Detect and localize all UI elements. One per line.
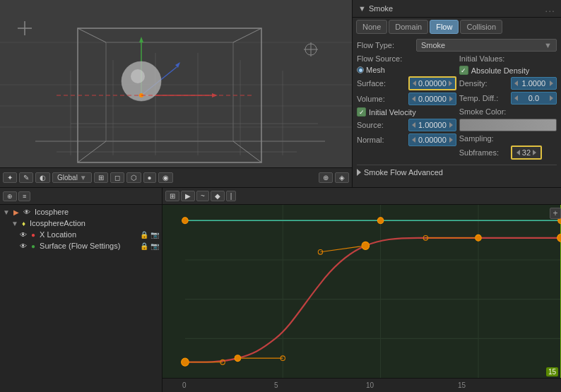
properties-panel: ▼ Smoke ... None Domain Flow Collision F… <box>353 0 561 187</box>
density-right-arrow <box>550 81 553 86</box>
svg-point-64 <box>377 218 384 224</box>
density-left-arrow <box>514 81 518 86</box>
graph-channel-btn[interactable]: ~ <box>196 191 209 201</box>
icosphere-type-icon: ▶ <box>13 208 19 216</box>
smoke-flow-advanced-label: Smoke Flow Advanced <box>364 168 443 177</box>
surface-field[interactable]: 0.00000 <box>408 76 456 90</box>
tab-flow[interactable]: Flow <box>430 20 459 34</box>
source-label: Source: <box>357 121 406 129</box>
graph-select-btn[interactable]: ▶ <box>181 191 195 201</box>
rendered-btn[interactable]: ◉ <box>158 172 173 183</box>
flow-type-label: Flow Type: <box>357 41 413 49</box>
viewport-tools-btn[interactable]: ✦ <box>3 172 17 183</box>
sampling-label: Sampling: <box>459 133 557 143</box>
viewport-mode-btn[interactable]: ✎ <box>19 172 33 183</box>
view-btn[interactable]: ⊞ <box>94 172 108 183</box>
tree-item-icosphere[interactable]: ▼ ▶ 👁 Icosphere <box>0 206 162 218</box>
xlocation-actions: 🔒 📷 <box>140 231 159 239</box>
xlocation-color-dot: ● <box>31 231 35 239</box>
tree-item-xlocation[interactable]: 👁 ● X Location 🔒 📷 <box>0 229 162 240</box>
graph-key-btn[interactable]: ◆ <box>211 191 225 201</box>
absolute-density-row: Absolute Density <box>459 66 557 75</box>
mesh-btn[interactable]: ◻ <box>110 172 124 183</box>
normal-field[interactable]: 0.00000 <box>408 133 456 146</box>
source-value: 1.00000 <box>418 121 447 129</box>
flow-type-value: Smoke <box>421 41 445 49</box>
source-field[interactable]: 1.00000 <box>408 119 456 131</box>
subframes-label: Subframes: <box>459 148 509 157</box>
bottom-area: ⊕ ≡ ▼ ▶ 👁 Icosphere ▼ ♦ IcosphereAction … <box>0 187 561 392</box>
viewport-sculpt-btn[interactable]: ◐ <box>35 172 50 183</box>
volume-field[interactable]: 0.00000 <box>408 93 456 105</box>
x-label-0: 0 <box>182 381 187 389</box>
density-row: Density: 1.0000 <box>459 77 557 90</box>
x-label-5: 5 <box>274 381 278 389</box>
viewport-extra1[interactable]: ⊕ <box>319 172 333 183</box>
graph-editor[interactable]: ⊞ ▶ ~ ◆ | 0 2 4 6 <box>163 187 561 392</box>
graph-add-btn[interactable]: + <box>550 208 561 219</box>
volume-label: Volume: <box>357 95 406 103</box>
viewport-3d[interactable]: ✦ ✎ ◐ Global ▼ ⊞ ◻ ⬡ ● ◉ ⊕ ◈ <box>0 0 353 187</box>
solid-btn[interactable]: ● <box>143 172 156 183</box>
absolute-density-checkbox[interactable] <box>459 66 468 75</box>
surface-actions: 🔒 📷 <box>140 242 159 250</box>
absolute-density-label: Absolute Density <box>471 66 530 75</box>
graph-marker-btn[interactable]: | <box>226 191 237 201</box>
advanced-collapse-icon <box>357 169 361 176</box>
mesh-radio[interactable] <box>357 66 364 73</box>
frame-number-badge: 15 <box>546 367 558 376</box>
outliner-content: ▼ ▶ 👁 Icosphere ▼ ♦ IcosphereAction 👁 ● … <box>0 205 162 392</box>
outliner: ⊕ ≡ ▼ ▶ 👁 Icosphere ▼ ♦ IcosphereAction … <box>0 187 163 392</box>
xlocation-lock-icon[interactable]: 🔒 <box>140 231 148 239</box>
tab-domain[interactable]: Domain <box>389 20 428 34</box>
tab-none[interactable]: None <box>356 20 387 34</box>
viewport-mode-dropdown[interactable]: Global ▼ <box>52 172 92 183</box>
flow-type-arrow: ▼ <box>544 41 552 49</box>
viewport-extra2[interactable]: ◈ <box>335 172 349 183</box>
xlocation-camera-icon[interactable]: 📷 <box>150 231 159 239</box>
tab-collision[interactable]: Collision <box>460 20 502 34</box>
tree-item-icosphereaction[interactable]: ▼ ♦ IcosphereAction <box>0 218 162 229</box>
temp-diff-field[interactable]: 0.0 <box>511 92 557 105</box>
surface-left-arrow <box>413 81 416 86</box>
flow-type-dropdown[interactable]: Smoke ▼ <box>416 39 557 52</box>
viewport-mode-label: Global <box>57 174 78 182</box>
graph-svg <box>163 205 561 378</box>
graph-canvas <box>163 205 561 378</box>
density-field[interactable]: 1.0000 <box>511 77 557 90</box>
flow-type-row: Flow Type: Smoke ▼ <box>357 39 557 52</box>
wireframe-btn[interactable]: ⬡ <box>126 172 141 183</box>
tabs-row: None Domain Flow Collision <box>353 18 561 36</box>
panel-title-row: ▼ Smoke <box>358 4 393 13</box>
graph-view-btn[interactable]: ⊞ <box>165 191 179 201</box>
viewport-grid-svg <box>0 0 352 187</box>
surface-lock-icon[interactable]: 🔒 <box>140 242 148 250</box>
xlocation-vis-icon[interactable]: 👁 <box>20 231 27 239</box>
subframes-field[interactable]: 32 <box>511 145 542 160</box>
mesh-row: Mesh <box>357 66 456 74</box>
density-label: Density: <box>459 79 509 88</box>
smoke-color-swatch[interactable] <box>459 119 557 131</box>
smoke-flow-advanced-header[interactable]: Smoke Flow Advanced <box>357 168 557 177</box>
normal-row: Normal: 0.00000 <box>357 133 456 146</box>
action-type-icon: ♦ <box>22 220 25 227</box>
svg-rect-39 <box>163 205 561 378</box>
panel-menu-dots[interactable]: ... <box>545 3 555 14</box>
source-row: Source: 1.00000 <box>357 119 456 131</box>
flow-source-col: Flow Source: Mesh Surface: 0.00000 <box>357 54 456 162</box>
outliner-filter-btn[interactable]: ⊕ <box>3 191 17 201</box>
initial-velocity-checkbox[interactable] <box>357 107 366 117</box>
temp-diff-row: Temp. Diff.: 0.0 <box>459 92 557 105</box>
tree-item-surface[interactable]: 👁 ● Surface (Flow Settings) 🔒 📷 <box>0 240 162 251</box>
initial-values-header: Initial Values: <box>459 54 557 64</box>
action-collapse-icon: ▼ <box>11 220 18 227</box>
icosphere-eye-icon: 👁 <box>23 208 30 216</box>
outliner-toolbar: ⊕ ≡ <box>0 188 162 205</box>
outliner-sort-btn[interactable]: ≡ <box>18 191 30 201</box>
surface-vis-icon[interactable]: 👁 <box>20 242 27 250</box>
xlocation-label: X Location <box>40 230 76 239</box>
surface-camera-icon[interactable]: 📷 <box>150 242 159 250</box>
surface-color-dot: ● <box>31 242 35 250</box>
subframes-row: Subframes: 32 <box>459 145 557 160</box>
source-left-arrow <box>412 122 415 128</box>
